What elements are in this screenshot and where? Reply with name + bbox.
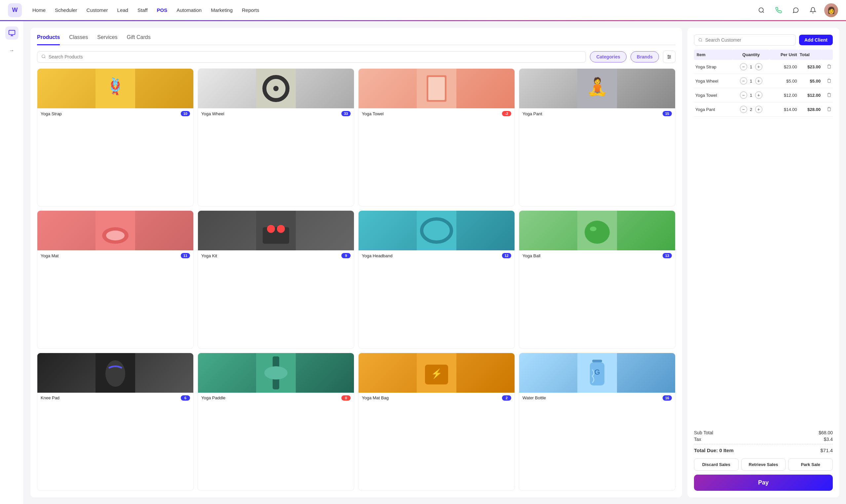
- nav-customer[interactable]: Customer: [87, 6, 108, 14]
- svg-point-24: [267, 225, 275, 233]
- product-badge: 15: [663, 111, 672, 116]
- discard-sales-btn[interactable]: Discard Sales: [694, 458, 739, 471]
- customer-search-box[interactable]: [694, 34, 796, 46]
- search-customer-input[interactable]: [705, 37, 792, 42]
- product-badge: 0: [341, 395, 351, 401]
- cart-item-qty: − 1 +: [732, 60, 770, 74]
- product-name: Yoga Paddle: [201, 395, 225, 400]
- delete-item-btn[interactable]: [827, 107, 831, 112]
- nav-pos[interactable]: POS: [157, 6, 168, 14]
- nav-home[interactable]: Home: [32, 6, 46, 14]
- product-card[interactable]: G Water Bottle 16: [519, 353, 675, 491]
- product-card[interactable]: 🪢 Yoga Strap 10: [37, 68, 194, 206]
- delete-item-btn[interactable]: [827, 64, 831, 70]
- tab-products[interactable]: Products: [37, 34, 60, 45]
- product-name: Water Bottle: [523, 395, 546, 400]
- product-image: ⚡: [358, 353, 514, 393]
- search-filters-bar: Categories Brands: [37, 51, 675, 63]
- product-card[interactable]: Yoga Headband 12: [358, 210, 515, 348]
- bell-icon-btn[interactable]: [807, 4, 819, 16]
- svg-text:🧘: 🧘: [586, 76, 608, 97]
- delete-item-btn[interactable]: [827, 92, 831, 98]
- cart-item-qty: − 2 +: [732, 102, 770, 116]
- nav-lead[interactable]: Lead: [117, 6, 128, 14]
- phone-icon-btn[interactable]: [773, 4, 785, 16]
- brands-btn[interactable]: Brands: [631, 51, 659, 62]
- tab-gift-cards[interactable]: Gift Cards: [127, 34, 151, 45]
- qty-value: 1: [749, 78, 753, 84]
- add-client-btn[interactable]: Add Client: [799, 35, 833, 45]
- product-info: Yoga Kit 9: [198, 250, 354, 261]
- search-icon-btn[interactable]: [755, 4, 768, 16]
- product-image: [198, 211, 354, 250]
- product-name: Yoga Headband: [362, 253, 393, 258]
- cart-item-per-unit: $12.00: [770, 88, 798, 102]
- left-panel: Products Classes Services Gift Cards Cat…: [30, 28, 682, 498]
- nav-staff[interactable]: Staff: [138, 6, 148, 14]
- avatar[interactable]: 👩: [824, 3, 838, 17]
- cart-item-name: Yoga Towel: [694, 88, 732, 102]
- qty-increase-btn[interactable]: +: [755, 77, 762, 85]
- qty-decrease-btn[interactable]: −: [740, 77, 747, 85]
- products-grid: 🪢 Yoga Strap 10 Yoga Wheel 33 Yoga Towel…: [37, 68, 675, 491]
- svg-point-32: [105, 360, 125, 387]
- sidebar-pos-icon[interactable]: [5, 26, 18, 40]
- product-card[interactable]: Yoga Kit 9: [198, 210, 354, 348]
- qty-value: 2: [749, 107, 753, 112]
- qty-decrease-btn[interactable]: −: [740, 91, 747, 99]
- nav-reports[interactable]: Reports: [242, 6, 260, 14]
- product-info: Yoga Mat Bag 2: [358, 393, 514, 403]
- product-search-box[interactable]: [37, 51, 586, 63]
- park-sale-btn[interactable]: Park Sale: [788, 458, 833, 471]
- qty-decrease-btn[interactable]: −: [740, 63, 747, 70]
- filter-settings-btn[interactable]: [663, 51, 675, 63]
- product-card[interactable]: Yoga Mat 11: [37, 210, 194, 348]
- categories-btn[interactable]: Categories: [590, 51, 626, 62]
- qty-increase-btn[interactable]: +: [755, 91, 762, 99]
- product-info: Yoga Strap 10: [37, 108, 193, 119]
- svg-rect-40: [592, 360, 602, 362]
- cart-item-per-unit: $14.00: [770, 102, 798, 116]
- qty-increase-btn[interactable]: +: [755, 106, 762, 113]
- product-info: Water Bottle 16: [519, 393, 675, 403]
- qty-value: 1: [749, 93, 753, 98]
- customer-search-row: Add Client: [694, 34, 833, 46]
- retrieve-sales-btn[interactable]: Retrieve Sales: [741, 458, 786, 471]
- product-card[interactable]: Yoga Paddle 0: [198, 353, 354, 491]
- product-badge: 10: [181, 111, 190, 116]
- qty-increase-btn[interactable]: +: [755, 63, 762, 70]
- sidebar: →: [0, 21, 24, 504]
- search-products-input[interactable]: [49, 54, 582, 59]
- svg-text:G: G: [594, 368, 600, 376]
- nav-scheduler[interactable]: Scheduler: [55, 6, 77, 14]
- product-badge: 11: [181, 253, 190, 258]
- tab-classes[interactable]: Classes: [69, 34, 88, 45]
- product-card[interactable]: Knee Pad 6: [37, 353, 194, 491]
- tab-services[interactable]: Services: [97, 34, 117, 45]
- qty-decrease-btn[interactable]: −: [740, 106, 747, 113]
- product-image: [37, 211, 193, 250]
- product-card[interactable]: Yoga Wheel 33: [198, 68, 354, 206]
- svg-point-2: [42, 54, 45, 57]
- product-card[interactable]: Yoga Towel -2: [358, 68, 515, 206]
- sidebar-collapse-btn[interactable]: →: [9, 48, 15, 54]
- cart-item-total: $28.00: [798, 102, 822, 116]
- product-info: Yoga Headband 12: [358, 250, 514, 261]
- svg-text:⚡: ⚡: [431, 368, 442, 379]
- product-card[interactable]: Yoga Ball 13: [519, 210, 675, 348]
- product-image: [198, 353, 354, 393]
- nav-automation[interactable]: Automation: [176, 6, 201, 14]
- product-card[interactable]: 🧘 Yoga Pant 15: [519, 68, 675, 206]
- qty-value: 1: [749, 65, 753, 69]
- pay-btn[interactable]: Pay: [694, 474, 833, 491]
- product-info: Knee Pad 6: [37, 393, 193, 403]
- col-action: [822, 50, 833, 60]
- nav-marketing[interactable]: Marketing: [211, 6, 233, 14]
- whatsapp-icon-btn[interactable]: [790, 4, 802, 16]
- product-card[interactable]: ⚡ Yoga Mat Bag 2: [358, 353, 515, 491]
- table-row: Yoga Towel − 1 + $12.00 $12.00: [694, 88, 833, 102]
- col-item: Item: [694, 50, 732, 60]
- delete-item-btn[interactable]: [827, 78, 831, 84]
- product-name: Yoga Wheel: [201, 111, 224, 116]
- product-badge: 33: [341, 111, 351, 116]
